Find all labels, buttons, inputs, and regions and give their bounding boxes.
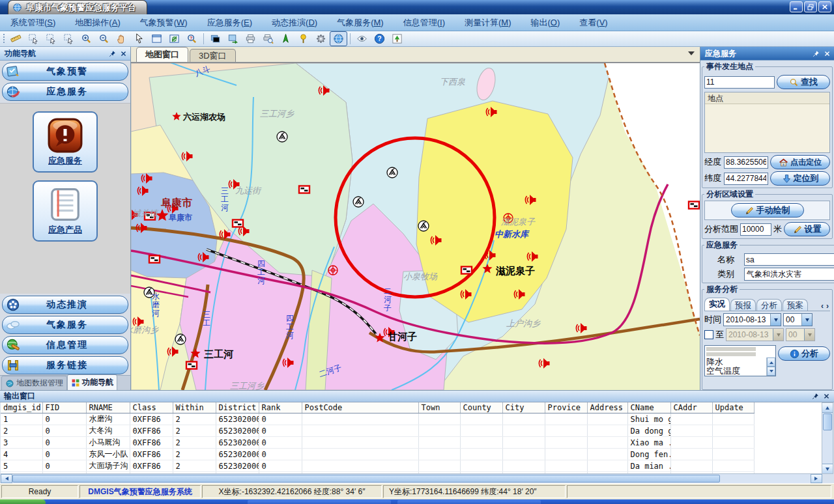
campsite-marker[interactable] (387, 167, 397, 178)
select-rect-icon[interactable] (25, 31, 42, 46)
output-table[interactable]: dmgis_idFIDRNAMEClassWithinDistrictRankP… (1, 402, 755, 474)
export-map-icon[interactable] (224, 31, 242, 46)
close-button[interactable] (818, 1, 831, 12)
nav-tool-notepad-button[interactable]: 应急产品 (33, 180, 98, 242)
locate-to-button[interactable]: 定位到 (770, 171, 830, 186)
identify-icon[interactable]: ? (183, 31, 201, 46)
flag-marker[interactable] (149, 256, 160, 263)
pointer-icon[interactable] (130, 31, 148, 46)
element-listbox[interactable]: 降水空气温度 (704, 345, 776, 376)
campsite-marker[interactable] (353, 197, 364, 207)
range-input[interactable] (740, 223, 771, 236)
set-range-button[interactable]: 设置 (784, 222, 830, 236)
column-header-County[interactable]: County (460, 402, 502, 413)
analyze-button[interactable]: 分析 (778, 346, 830, 361)
pan-icon[interactable] (113, 31, 130, 46)
close-icon[interactable] (119, 49, 128, 58)
nav-bottom-tab-squares[interactable]: 功能导航 (67, 374, 117, 390)
menu-item-E[interactable]: 应急服务(E) (207, 17, 252, 29)
start-button[interactable] (0, 499, 46, 504)
north-arrow-icon[interactable] (277, 31, 295, 46)
flag-marker[interactable] (233, 220, 243, 227)
eye-icon[interactable] (353, 31, 371, 46)
column-header-RNAME[interactable]: RNAME (86, 402, 130, 413)
horizontal-scrollbar[interactable] (1, 473, 822, 483)
vertical-scrollbar[interactable] (822, 402, 833, 474)
search-button[interactable]: 查找 (777, 75, 830, 89)
print-icon[interactable] (242, 31, 259, 46)
date-select[interactable]: 2010-08-13 (723, 313, 781, 326)
map-graphic[interactable]: 八斗六运湖农场三工河乡下西泉九运街阜康市城关镇阜康市三工河滋泥泉子中新水库滋泥泉… (131, 63, 700, 390)
table-row[interactable]: 40东风一小队0XFF8626523020000Dong fen... (1, 449, 754, 460)
analysis-tab-预报[interactable]: 预报 (730, 299, 756, 311)
list-item[interactable]: 降水 (705, 357, 775, 367)
menu-item-S[interactable]: 系统管理(S) (10, 17, 55, 29)
menu-item-O[interactable]: 输出(O) (531, 17, 560, 29)
toolbar-grip[interactable] (3, 34, 5, 44)
menu-item-M[interactable]: 测量计算(M) (465, 17, 511, 29)
column-header-Class[interactable]: Class (130, 402, 173, 413)
pin-yellow-icon[interactable] (295, 31, 312, 46)
analysis-tab-分析[interactable]: 分析 (756, 299, 782, 311)
flag-marker[interactable] (689, 202, 699, 209)
column-header-City[interactable]: City (502, 402, 545, 413)
pin-icon[interactable] (108, 49, 117, 58)
zoom-out-icon[interactable] (95, 31, 113, 46)
manual-draw-button[interactable]: 手动绘制 (731, 203, 804, 217)
column-header-Within[interactable]: Within (173, 402, 216, 413)
analysis-tab-预案[interactable]: 预案 (783, 299, 808, 311)
table-row[interactable]: 10水磨沟0XFF8626523020000Shui mo gou (1, 413, 754, 425)
column-header-PostCode[interactable]: PostCode (302, 402, 418, 413)
taskbar-item[interactable] (397, 500, 541, 504)
taskbar-item[interactable] (248, 500, 391, 504)
menu-item-V[interactable]: 查看(V) (579, 17, 607, 29)
location-list[interactable]: 地点 (704, 92, 830, 153)
pin-icon[interactable] (811, 49, 820, 58)
column-header-Address[interactable]: Address (587, 402, 627, 413)
menu-item-W[interactable]: 气象预警(W) (140, 17, 188, 29)
table-row[interactable]: 20大冬沟0XFF8626523020000Da dong gou (1, 425, 754, 437)
column-header-dmgis_id[interactable]: dmgis_id (1, 402, 42, 413)
service-name-input[interactable] (744, 253, 834, 266)
measure-icon[interactable] (7, 31, 25, 46)
restore-button[interactable] (804, 1, 817, 12)
nav-group-globe-swoosh[interactable]: 应急服务 (2, 83, 128, 101)
campsite-marker[interactable] (277, 132, 287, 142)
click-locate-button[interactable]: 点击定位 (770, 155, 830, 169)
map-tab-0[interactable]: 地图窗口 (136, 47, 188, 62)
pin-icon[interactable] (811, 392, 820, 401)
service-type-select[interactable]: 气象和洪水灾害 (744, 268, 834, 281)
analysis-tab-实况[interactable]: 实况 (704, 298, 730, 311)
campsite-marker[interactable] (418, 221, 429, 231)
tab-dropdown-icon[interactable] (688, 51, 695, 59)
nav-group-clouds[interactable]: 气象服务 (2, 316, 128, 334)
nav-group-links[interactable]: 服务链接 (2, 356, 128, 374)
flag-marker[interactable] (299, 186, 309, 193)
latitude-input[interactable] (724, 173, 768, 185)
column-header-CName[interactable]: CName (627, 402, 670, 413)
map-tab-1[interactable]: 3D窗口 (190, 49, 236, 62)
nav-group-film[interactable]: 动态推演 (2, 296, 128, 314)
close-icon[interactable] (822, 49, 831, 58)
print-preview-icon[interactable] (259, 31, 277, 46)
nav-bottom-tab-map-globe[interactable]: 地图数据管理 (1, 376, 67, 390)
menu-item-D[interactable]: 动态推演(D) (272, 17, 317, 29)
list-item[interactable]: 空气温度 (705, 367, 775, 376)
flag-marker[interactable] (186, 362, 197, 369)
close-icon[interactable] (822, 392, 831, 401)
longitude-input[interactable] (724, 156, 768, 169)
column-header-Update[interactable]: Update (712, 402, 754, 413)
menu-item-A[interactable]: 地图操作(A) (75, 17, 120, 29)
menu-item-M[interactable]: 气象服务(M) (337, 17, 384, 29)
column-header-Town[interactable]: Town (418, 402, 460, 413)
listbox-scrollbar[interactable] (766, 357, 775, 376)
table-row[interactable]: 30小马厩沟0XFF8626523020000Xiao ma ... (1, 437, 754, 449)
column-header-CAddr[interactable]: CAddr (670, 402, 712, 413)
column-header-Provice[interactable]: Provice (545, 402, 587, 413)
menu-item-I[interactable]: 信息管理(I) (403, 17, 445, 29)
nav-tool-alarm-button[interactable]: 应急服务 (33, 111, 98, 173)
gear-icon[interactable] (312, 31, 330, 46)
minimize-button[interactable] (790, 1, 803, 12)
hour-select[interactable]: 00 (783, 313, 812, 326)
column-header-District[interactable]: District (216, 402, 259, 413)
